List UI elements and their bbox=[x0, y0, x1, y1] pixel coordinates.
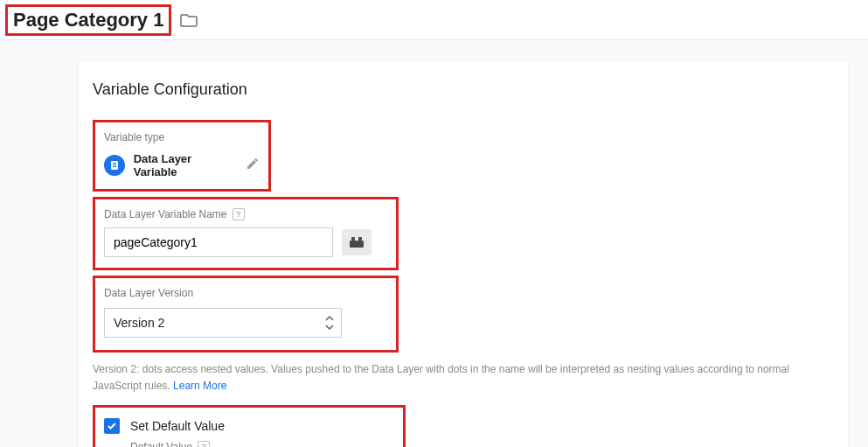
edit-variable-type-button[interactable] bbox=[246, 157, 260, 174]
help-icon[interactable]: ? bbox=[198, 441, 210, 447]
version-note: Version 2: dots access nested values. Va… bbox=[93, 361, 834, 395]
help-icon[interactable]: ? bbox=[233, 208, 245, 220]
variable-type-label: Variable type bbox=[104, 131, 260, 143]
variable-configuration-panel: Variable Configuration Variable type Dat… bbox=[79, 61, 848, 447]
dlv-version-value: Version 2 bbox=[114, 316, 164, 330]
dlv-version-select[interactable]: Version 2 bbox=[104, 308, 342, 338]
dlv-version-section: Data Layer Version Version 2 bbox=[93, 276, 399, 353]
svg-rect-1 bbox=[113, 163, 116, 164]
svg-rect-2 bbox=[113, 164, 116, 165]
learn-more-link[interactable]: Learn More bbox=[173, 380, 226, 392]
set-default-value-label: Set Default Value bbox=[130, 419, 225, 433]
dlv-name-section: Data Layer Variable Name ? bbox=[93, 197, 399, 270]
variable-type-value: Data Layer Variable bbox=[134, 152, 237, 178]
insert-variable-button[interactable] bbox=[342, 229, 372, 255]
default-value-section: Set Default Value Default Value ? bbox=[93, 405, 406, 447]
svg-rect-3 bbox=[113, 166, 116, 167]
dlv-name-input[interactable] bbox=[104, 227, 333, 257]
topbar: Page Category 1 bbox=[0, 0, 868, 40]
panel-title: Variable Configuration bbox=[93, 80, 834, 99]
set-default-value-checkbox[interactable] bbox=[104, 418, 120, 434]
variable-title[interactable]: Page Category 1 bbox=[5, 4, 171, 36]
svg-rect-4 bbox=[350, 241, 364, 248]
dlv-name-label: Data Layer Variable Name bbox=[104, 208, 227, 220]
chevron-down-icon bbox=[325, 316, 334, 332]
svg-rect-6 bbox=[358, 237, 362, 241]
svg-rect-5 bbox=[351, 237, 355, 241]
dlv-version-label: Data Layer Version bbox=[104, 287, 387, 299]
variable-type-section: Variable type Data Layer Variable bbox=[93, 120, 271, 192]
data-layer-variable-icon bbox=[104, 155, 125, 176]
folder-icon[interactable] bbox=[180, 13, 198, 27]
default-value-label: Default Value bbox=[130, 441, 192, 447]
